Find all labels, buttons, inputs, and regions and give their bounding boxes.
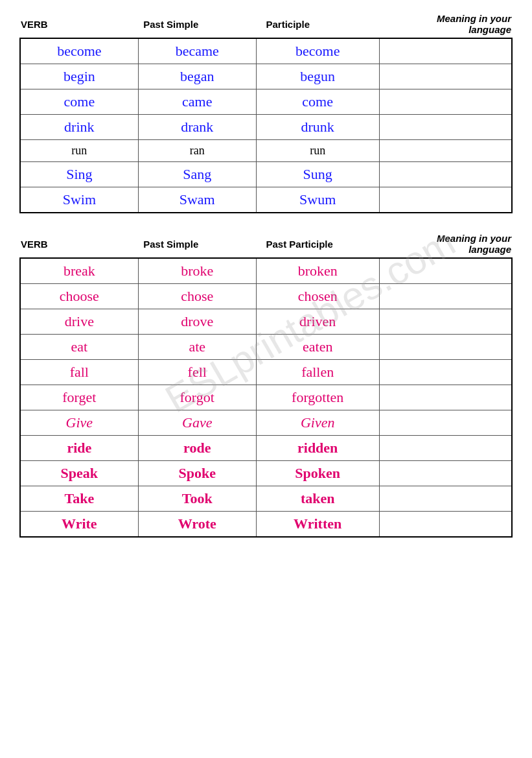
verb-cell: drive bbox=[20, 309, 138, 335]
table-row: ride rode ridden bbox=[20, 436, 512, 461]
participle-cell: eaten bbox=[256, 335, 379, 360]
verb-cell: eat bbox=[20, 335, 138, 360]
table-row: Give Gave Given bbox=[20, 410, 512, 436]
table-row: begin began begun bbox=[20, 64, 512, 89]
page: VERB Past Simple Participle Meaning in y… bbox=[19, 13, 513, 538]
participle-cell: Given bbox=[256, 410, 379, 436]
meaning-cell bbox=[379, 410, 512, 436]
participle-cell: become bbox=[256, 38, 379, 64]
past-simple-cell: Gave bbox=[138, 410, 256, 436]
past-simple-cell: came bbox=[138, 89, 256, 115]
table-1: become became become begin began begun c… bbox=[19, 38, 513, 213]
table-row: break broke broken bbox=[20, 258, 512, 284]
meaning-cell bbox=[379, 360, 512, 385]
table-row: eat ate eaten bbox=[20, 335, 512, 360]
meaning-cell bbox=[379, 385, 512, 410]
meaning-cell bbox=[379, 284, 512, 309]
table1-header: VERB Past Simple Participle Meaning in y… bbox=[19, 13, 513, 35]
meaning-cell bbox=[379, 64, 512, 89]
meaning-cell bbox=[379, 115, 512, 140]
section-1: VERB Past Simple Participle Meaning in y… bbox=[19, 13, 513, 213]
verb-cell: Swim bbox=[20, 187, 138, 213]
past-simple-cell: Took bbox=[138, 486, 256, 512]
verb-cell: break bbox=[20, 258, 138, 284]
table-row: Speak Spoke Spoken bbox=[20, 461, 512, 486]
meaning-cell bbox=[379, 486, 512, 512]
verb-cell: begin bbox=[20, 64, 138, 89]
meaning-cell bbox=[379, 89, 512, 115]
verb-cell: become bbox=[20, 38, 138, 64]
past-simple-cell: drove bbox=[138, 309, 256, 335]
past-simple-cell: chose bbox=[138, 284, 256, 309]
verb-cell: Take bbox=[20, 486, 138, 512]
t2-header-past: Past Simple bbox=[143, 239, 266, 250]
meaning-cell bbox=[379, 512, 512, 538]
past-simple-cell: ran bbox=[138, 140, 256, 162]
participle-cell: Swum bbox=[256, 187, 379, 213]
verb-cell: ride bbox=[20, 436, 138, 461]
table-row: Sing Sang Sung bbox=[20, 162, 512, 187]
past-simple-cell: fell bbox=[138, 360, 256, 385]
meaning-cell bbox=[379, 436, 512, 461]
table-row: Write Wrote Written bbox=[20, 512, 512, 538]
table-row: become became become bbox=[20, 38, 512, 64]
verb-cell: Sing bbox=[20, 162, 138, 187]
verb-cell: run bbox=[20, 140, 138, 162]
t1-header-past: Past Simple bbox=[143, 19, 266, 30]
meaning-cell bbox=[379, 162, 512, 187]
past-simple-cell: drank bbox=[138, 115, 256, 140]
table-row: come came come bbox=[20, 89, 512, 115]
past-simple-cell: Swam bbox=[138, 187, 256, 213]
section-2: VERB Past Simple Past Participle Meaning… bbox=[19, 233, 513, 538]
table-2: break broke broken choose chose chosen d… bbox=[19, 257, 513, 538]
meaning-cell bbox=[379, 258, 512, 284]
meaning-cell bbox=[379, 309, 512, 335]
participle-cell: run bbox=[256, 140, 379, 162]
t1-header-verb: VERB bbox=[21, 19, 143, 30]
participle-cell: chosen bbox=[256, 284, 379, 309]
table-row: Take Took taken bbox=[20, 486, 512, 512]
meaning-cell bbox=[379, 187, 512, 213]
past-simple-cell: Spoke bbox=[138, 461, 256, 486]
past-simple-cell: Sang bbox=[138, 162, 256, 187]
participle-cell: driven bbox=[256, 309, 379, 335]
participle-cell: taken bbox=[256, 486, 379, 512]
participle-cell: begun bbox=[256, 64, 379, 89]
participle-cell: forgotten bbox=[256, 385, 379, 410]
meaning-cell bbox=[379, 461, 512, 486]
verb-cell: fall bbox=[20, 360, 138, 385]
past-simple-cell: became bbox=[138, 38, 256, 64]
t2-header-verb: VERB bbox=[21, 239, 143, 250]
table-row: drive drove driven bbox=[20, 309, 512, 335]
table-row: forget forgot forgotten bbox=[20, 385, 512, 410]
t2-header-meaning: Meaning in your language bbox=[395, 233, 511, 255]
participle-cell: ridden bbox=[256, 436, 379, 461]
participle-cell: Written bbox=[256, 512, 379, 538]
past-simple-cell: rode bbox=[138, 436, 256, 461]
participle-cell: come bbox=[256, 89, 379, 115]
t1-header-meaning: Meaning in your language bbox=[395, 13, 511, 35]
verb-cell: drink bbox=[20, 115, 138, 140]
table-row: drink drank drunk bbox=[20, 115, 512, 140]
table2-header: VERB Past Simple Past Participle Meaning… bbox=[19, 233, 513, 255]
past-simple-cell: broke bbox=[138, 258, 256, 284]
t1-header-participle: Participle bbox=[266, 19, 395, 30]
verb-cell: forget bbox=[20, 385, 138, 410]
participle-cell: fallen bbox=[256, 360, 379, 385]
past-simple-cell: Wrote bbox=[138, 512, 256, 538]
verb-cell: Write bbox=[20, 512, 138, 538]
past-simple-cell: ate bbox=[138, 335, 256, 360]
past-simple-cell: began bbox=[138, 64, 256, 89]
participle-cell: drunk bbox=[256, 115, 379, 140]
past-simple-cell: forgot bbox=[138, 385, 256, 410]
verb-cell: Speak bbox=[20, 461, 138, 486]
meaning-cell bbox=[379, 38, 512, 64]
participle-cell: Spoken bbox=[256, 461, 379, 486]
participle-cell: Sung bbox=[256, 162, 379, 187]
table-row: fall fell fallen bbox=[20, 360, 512, 385]
verb-cell: come bbox=[20, 89, 138, 115]
verb-cell: choose bbox=[20, 284, 138, 309]
table-row: choose chose chosen bbox=[20, 284, 512, 309]
participle-cell: broken bbox=[256, 258, 379, 284]
verb-cell: Give bbox=[20, 410, 138, 436]
